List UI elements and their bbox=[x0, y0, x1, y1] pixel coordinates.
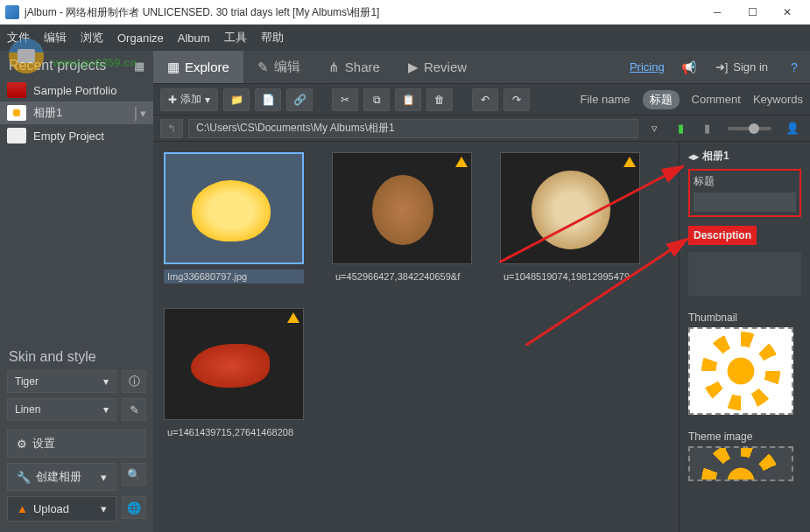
warning-icon bbox=[623, 157, 636, 167]
project-label: 相册1 bbox=[33, 105, 62, 121]
skin-style-header: Skin and style bbox=[7, 342, 146, 370]
thumbnail-item[interactable]: Img336680797.jpg bbox=[164, 152, 304, 284]
cut-button[interactable]: ✂ bbox=[332, 88, 358, 111]
grid-icon[interactable]: ▦ bbox=[134, 60, 144, 73]
announce-button[interactable]: 📢 bbox=[673, 51, 705, 83]
tab-explore[interactable]: ▦Explore bbox=[153, 51, 243, 83]
add-button[interactable]: ✚添加▾ bbox=[160, 88, 218, 111]
grid-icon: ▦ bbox=[167, 60, 180, 75]
signin-button[interactable]: ➜]Sign in bbox=[705, 51, 778, 83]
thumbnail-caption: u=452966427,3842240659&f bbox=[332, 270, 472, 284]
new-page-button[interactable]: 📄 bbox=[255, 88, 281, 111]
path-bar: ↰ ▿ ▮ ▮ 👤 bbox=[153, 116, 810, 142]
dropdown-icon: ▾ bbox=[103, 403, 109, 416]
col-keywords[interactable]: Keywords bbox=[753, 93, 803, 106]
menu-file[interactable]: 文件 bbox=[7, 30, 30, 46]
delete-button[interactable]: 🗑 bbox=[426, 88, 453, 111]
mode-tabs: ▦Explore ✎编辑 ⋔Share ▶Review Pricing 📢 ➜]… bbox=[153, 51, 810, 84]
nav-up-button[interactable]: ↰ bbox=[160, 119, 183, 138]
warning-icon bbox=[287, 312, 299, 323]
paste-button[interactable]: 📋 bbox=[395, 88, 421, 111]
help-button[interactable]: ? bbox=[778, 51, 810, 83]
chevron-down-icon[interactable]: │▾ bbox=[132, 107, 146, 120]
style-select[interactable]: Linen▾ bbox=[7, 398, 116, 421]
zoom-slider[interactable] bbox=[728, 127, 771, 130]
skin-select[interactable]: Tiger▾ bbox=[7, 370, 116, 393]
toolbar: ✚添加▾ 📁 📄 🔗 ✂ ⧉ 📋 🗑 ↶ ↷ File name 标题 Comm… bbox=[153, 84, 810, 116]
window-titlebar: jAlbum - 网络相册制作者 UNLICENSED. 30 trial da… bbox=[0, 0, 810, 24]
globe-button[interactable]: 🌐 bbox=[122, 496, 146, 519]
thumbnail-preview[interactable] bbox=[688, 327, 793, 415]
thumbnail-grid: Img336680797.jpgu=452966427,3842240659&f… bbox=[153, 142, 679, 532]
new-folder-button[interactable]: 📁 bbox=[223, 88, 250, 111]
thumbnail-caption: u=1048519074,19812995479 bbox=[500, 270, 640, 284]
dropdown-icon: ▾ bbox=[101, 502, 107, 515]
pricing-link[interactable]: Pricing bbox=[621, 51, 673, 83]
settings-button[interactable]: ⚙设置 bbox=[7, 430, 146, 458]
skin-info-button[interactable]: ⓘ bbox=[122, 370, 146, 393]
share-icon: ⋔ bbox=[328, 60, 340, 75]
col-filename[interactable]: File name bbox=[580, 93, 630, 106]
tab-edit[interactable]: ✎编辑 bbox=[243, 51, 314, 83]
window-title: jAlbum - 网络相册制作者 UNLICENSED. 30 trial da… bbox=[25, 5, 700, 20]
path-input[interactable] bbox=[188, 119, 638, 138]
redo-button[interactable]: ↷ bbox=[504, 88, 530, 111]
description-label[interactable]: Description bbox=[688, 226, 757, 245]
person-icon[interactable]: 👤 bbox=[782, 119, 803, 138]
col-comment[interactable]: Comment bbox=[692, 93, 741, 106]
col-title[interactable]: 标题 bbox=[643, 90, 680, 109]
upload-icon: ▲ bbox=[17, 502, 28, 515]
style-edit-button[interactable]: ✎ bbox=[122, 398, 146, 421]
create-album-button[interactable]: 🔧创建相册▾ bbox=[7, 463, 116, 491]
play-icon: ▶ bbox=[408, 60, 419, 75]
title-input[interactable] bbox=[694, 192, 796, 212]
search-button[interactable]: 🔍 bbox=[122, 463, 146, 486]
project-label: Sample Portfolio bbox=[33, 84, 116, 97]
pencil-icon: ✎ bbox=[257, 60, 269, 75]
dropdown-icon: ▾ bbox=[101, 471, 107, 484]
plus-icon: ✚ bbox=[168, 94, 177, 106]
gear-icon: ⚙ bbox=[17, 438, 27, 451]
project-album1[interactable]: 相册1 │▾ bbox=[0, 102, 153, 124]
dropdown-icon: ▾ bbox=[103, 375, 109, 388]
filter-icon[interactable]: ▿ bbox=[644, 119, 665, 138]
dropdown-icon: ▾ bbox=[205, 94, 210, 106]
panel-title: ◂▸相册1 bbox=[688, 149, 801, 164]
menu-edit[interactable]: 编辑 bbox=[44, 30, 67, 46]
description-input[interactable] bbox=[688, 252, 801, 296]
tab-share[interactable]: ⋔Share bbox=[314, 51, 394, 83]
thumbnail-item[interactable]: u=1048519074,19812995479 bbox=[500, 152, 640, 284]
menu-tools[interactable]: 工具 bbox=[224, 30, 247, 46]
menu-view[interactable]: 浏览 bbox=[81, 30, 103, 46]
thumbnail-image bbox=[500, 152, 640, 264]
properties-panel: ◂▸相册1 标题 Description Thumbnail Theme ima… bbox=[679, 142, 810, 532]
undo-button[interactable]: ↶ bbox=[472, 88, 498, 111]
maximize-button[interactable]: ☐ bbox=[735, 0, 770, 24]
menu-help[interactable]: 帮助 bbox=[261, 30, 284, 46]
menu-album[interactable]: Album bbox=[178, 32, 210, 45]
menu-organize[interactable]: Organize bbox=[117, 32, 164, 45]
title-box: 标题 bbox=[688, 169, 801, 217]
minimize-button[interactable]: ─ bbox=[700, 0, 735, 24]
flag-gray-icon[interactable]: ▮ bbox=[696, 119, 717, 138]
thumbnail-caption: Img336680797.jpg bbox=[164, 270, 304, 284]
thumbnail-item[interactable]: u=452966427,3842240659&f bbox=[332, 152, 472, 284]
wrench-icon: 🔧 bbox=[17, 471, 31, 484]
copy-button[interactable]: ⧉ bbox=[363, 88, 390, 111]
collapse-icon[interactable]: ◂▸ bbox=[688, 150, 699, 163]
sidebar: Recent projects ▦ Sample Portfolio 相册1 │… bbox=[0, 51, 153, 532]
theme-image-preview[interactable] bbox=[688, 446, 793, 481]
close-button[interactable]: ✕ bbox=[770, 0, 805, 24]
link-button[interactable]: 🔗 bbox=[286, 88, 313, 111]
signin-icon: ➜] bbox=[715, 60, 729, 74]
flag-green-icon[interactable]: ▮ bbox=[670, 119, 691, 138]
tab-review[interactable]: ▶Review bbox=[394, 51, 481, 83]
menu-bar: 文件 编辑 浏览 Organize Album 工具 帮助 www.pc0359… bbox=[0, 24, 810, 51]
project-thumb bbox=[7, 128, 26, 144]
theme-image-label: Theme image bbox=[688, 430, 801, 443]
upload-button[interactable]: ▲Upload▾ bbox=[7, 496, 116, 522]
warning-icon bbox=[455, 157, 468, 167]
project-thumb bbox=[7, 105, 26, 121]
thumbnail-item[interactable]: u=1461439715,27641468208 bbox=[164, 308, 304, 439]
thumbnail-image bbox=[332, 152, 472, 264]
